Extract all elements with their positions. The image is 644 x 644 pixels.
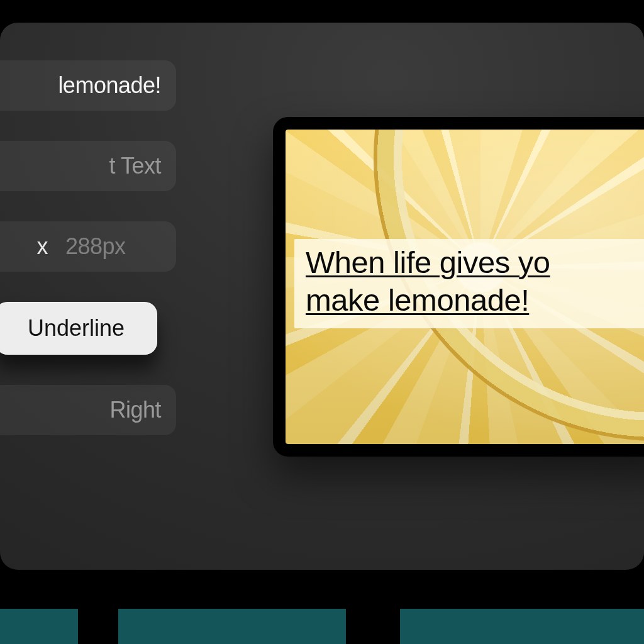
controls-sidebar: lemonade! t Text x 288px Underline Right xyxy=(0,60,176,435)
footer-segment xyxy=(400,609,644,644)
size-value-a: x xyxy=(36,233,48,260)
underline-button[interactable]: Underline xyxy=(0,302,157,355)
size-value-b: 288px xyxy=(65,233,126,260)
align-right-option[interactable]: Right xyxy=(0,385,176,435)
editor-panel: lemonade! t Text x 288px Underline Right… xyxy=(0,23,644,570)
text-value-field[interactable]: lemonade! xyxy=(0,60,176,111)
caption-line-2: make lemonade! xyxy=(306,283,529,317)
caption-line-1: When life gives yo xyxy=(306,245,550,279)
footer-segment xyxy=(118,609,346,644)
text-placeholder-field[interactable]: t Text xyxy=(0,141,176,191)
footer-segment xyxy=(0,609,78,644)
size-field[interactable]: x 288px xyxy=(0,221,176,272)
preview-canvas[interactable]: When life gives yo make lemonade! xyxy=(286,130,644,444)
preview-device-frame: When life gives yo make lemonade! xyxy=(273,117,644,457)
caption-text-box[interactable]: When life gives yo make lemonade! xyxy=(294,239,644,328)
